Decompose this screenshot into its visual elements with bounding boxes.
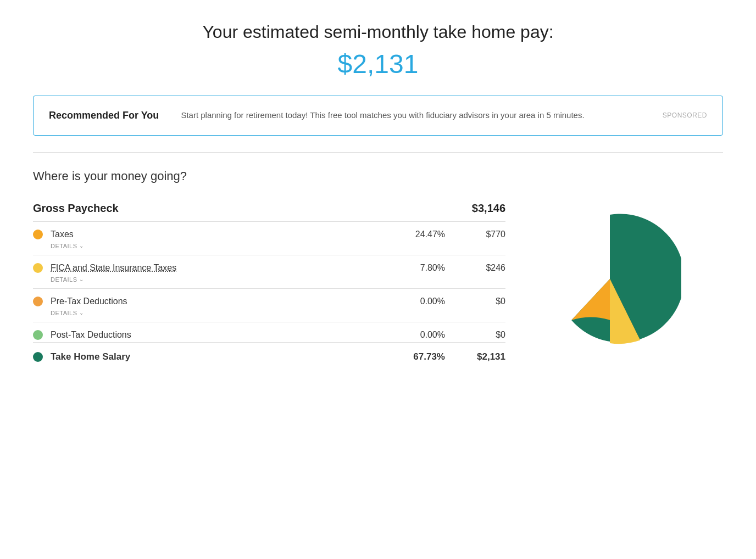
sponsored-text: Start planning for retirement today! Thi… (181, 109, 640, 122)
take-home-label: Take Home Salary (51, 351, 407, 362)
sponsored-box[interactable]: Recommended For You Start planning for r… (33, 96, 723, 136)
breakdown-container: Gross Paycheck $3,146 Taxes 24.47% $770 … (33, 197, 723, 371)
fica-chevron-icon: ⌄ (79, 276, 84, 282)
take-home-dot (33, 352, 43, 362)
taxes-dot (33, 230, 43, 239)
fica-row: FICA and State Insurance Taxes 7.80% $24… (33, 255, 505, 288)
fica-details[interactable]: DETAILS ⌄ (33, 275, 505, 288)
sponsored-tag: SPONSORED (663, 111, 707, 119)
pretax-amount: $0 (462, 297, 505, 306)
fica-amount: $246 (462, 263, 505, 273)
fica-label: FICA and State Insurance Taxes (51, 263, 407, 273)
posttax-label: Post-Tax Deductions (51, 330, 407, 340)
taxes-chevron-icon: ⌄ (79, 243, 84, 249)
gross-paycheck-amount: $3,146 (472, 202, 505, 215)
taxes-percent: 24.47% (407, 230, 462, 239)
take-home-row: Take Home Salary 67.73% $2,131 (33, 342, 505, 371)
take-home-amount-cell: $2,131 (462, 351, 505, 362)
take-home-amount: $2,131 (33, 49, 723, 79)
pretax-chevron-icon: ⌄ (79, 310, 84, 316)
posttax-amount: $0 (462, 330, 505, 340)
header-title: Your estimated semi-monthly take home pa… (33, 22, 723, 42)
taxes-row: Taxes 24.47% $770 DETAILS ⌄ (33, 221, 505, 255)
pie-chart (538, 208, 681, 350)
take-home-percent: 67.73% (407, 351, 462, 362)
divider (33, 152, 723, 153)
pretax-percent: 0.00% (407, 297, 462, 306)
posttax-percent: 0.00% (407, 330, 462, 340)
header-section: Your estimated semi-monthly take home pa… (33, 22, 723, 79)
page-container: Your estimated semi-monthly take home pa… (0, 0, 756, 393)
pretax-row: Pre-Tax Deductions 0.00% $0 DETAILS ⌄ (33, 288, 505, 322)
pretax-label: Pre-Tax Deductions (51, 297, 407, 306)
taxes-details[interactable]: DETAILS ⌄ (33, 242, 505, 255)
pie-chart-svg (538, 208, 681, 350)
fica-dot (33, 263, 43, 273)
posttax-row: Post-Tax Deductions 0.00% $0 (33, 322, 505, 342)
sponsored-label: Recommended For You (49, 110, 159, 121)
gross-paycheck-label: Gross Paycheck (33, 202, 119, 215)
taxes-label: Taxes (51, 230, 407, 239)
posttax-dot (33, 330, 43, 340)
section-title: Where is your money going? (33, 169, 723, 183)
pretax-dot (33, 297, 43, 306)
taxes-amount: $770 (462, 230, 505, 239)
gross-paycheck-row: Gross Paycheck $3,146 (33, 197, 505, 221)
pretax-details[interactable]: DETAILS ⌄ (33, 309, 505, 322)
fica-percent: 7.80% (407, 263, 462, 273)
breakdown-table: Gross Paycheck $3,146 Taxes 24.47% $770 … (33, 197, 505, 371)
